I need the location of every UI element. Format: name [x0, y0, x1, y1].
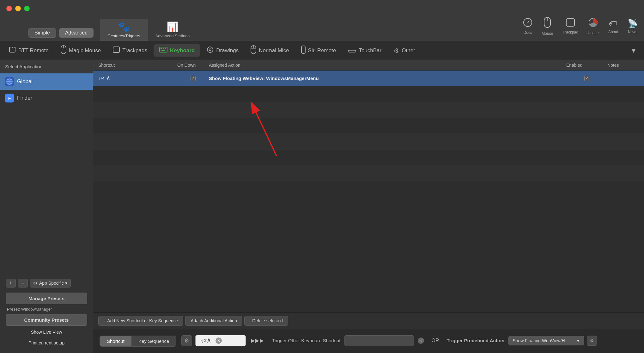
question-icon: ?	[523, 18, 532, 29]
trigger-keyboard-clear[interactable]: ✕	[418, 338, 424, 344]
shortcut-gear-button[interactable]: ⚙	[181, 335, 192, 346]
svg-rect-14	[161, 50, 165, 51]
trigger-keyboard-label: Trigger Other Keyboard Shortcut	[272, 338, 340, 343]
sidebar-item-global[interactable]: Global	[0, 73, 93, 90]
table-row	[93, 118, 644, 134]
table-body: ⇧⌘ A Show Floating WebView: WindowsManag…	[93, 71, 644, 312]
tabs-overflow-arrow[interactable]: ▼	[626, 44, 641, 57]
attach-action-button[interactable]: Attach Additional Action	[185, 316, 242, 326]
predefined-section: Trigger Predefined Action: Show Floating…	[447, 336, 597, 346]
svg-rect-11	[161, 48, 162, 49]
predefined-gear-button[interactable]: ⚙	[587, 336, 597, 346]
table-row	[93, 86, 644, 102]
on-down-cell[interactable]	[177, 76, 209, 81]
enabled-cell[interactable]	[566, 76, 607, 81]
maximize-button[interactable]	[24, 6, 30, 11]
svg-rect-4	[566, 19, 574, 26]
tab-siri-remote[interactable]: Siri Remote	[295, 43, 342, 58]
docs-tool[interactable]: ? Docs	[523, 18, 532, 35]
trackpad-tab-icon	[113, 46, 120, 54]
docs-label: Docs	[524, 30, 532, 35]
advanced-mode-button[interactable]: Advanced	[59, 28, 94, 38]
close-button[interactable]	[6, 6, 12, 11]
shortcut-editor: ⚙ ⇧⌘A ✕ ▶ ▶ ▶	[181, 335, 264, 346]
news-tool[interactable]: 📡 News	[628, 19, 638, 34]
svg-rect-13	[165, 48, 166, 49]
play-button-2[interactable]: ▶	[255, 338, 259, 344]
bottom-actions: + Add New Shortcut or Key Sequence Attac…	[93, 313, 644, 329]
tag-icon: 🏷	[609, 19, 617, 28]
toolbar-section: 🐾 Gestures/Triggers 📊 Advanced Settings	[100, 19, 197, 41]
show-live-view-link[interactable]: Show Live View	[6, 328, 87, 337]
enabled-checkbox[interactable]	[584, 76, 589, 81]
community-presets-button[interactable]: Community Presets	[6, 314, 87, 326]
sidebar-item-finder[interactable]: F Finder	[0, 90, 93, 106]
trackpad-tool[interactable]: Trackpad	[562, 18, 578, 34]
tab-keyboard[interactable]: Keyboard	[154, 44, 200, 57]
play-button-3[interactable]: ▶	[260, 338, 264, 344]
tab-touchbar[interactable]: TouchBar	[342, 44, 387, 57]
chart-icon: 📊	[167, 21, 178, 32]
tab-other-label: Other	[402, 47, 415, 54]
about-tool[interactable]: 🏷 About	[608, 19, 618, 34]
tab-btt-remote[interactable]: BTT Remote	[3, 44, 54, 57]
shortcut-input-value: ⇧⌘A	[201, 338, 210, 344]
shortcut-tab-button[interactable]: Shortcut	[100, 336, 131, 346]
pie-chart-icon	[588, 18, 598, 29]
table-row[interactable]: ⇧⌘ A Show Floating WebView: WindowsManag…	[93, 71, 644, 86]
col-notes: Notes	[607, 63, 639, 68]
toolbar-gestures-triggers[interactable]: 🐾 Gestures/Triggers	[100, 19, 148, 41]
finder-icon: F	[5, 94, 14, 102]
tab-normal-mice[interactable]: Normal Mice	[245, 43, 295, 58]
trackpad-label: Trackpad	[562, 30, 578, 34]
siri-remote-icon	[301, 46, 306, 55]
app-specific-label: App Specific ▾	[39, 281, 67, 286]
add-app-button[interactable]: +	[6, 279, 16, 288]
col-shortcut: Shortcut	[98, 63, 177, 68]
sidebar-bottom: + − ⚙ App Specific ▾ Manage Presets Pres…	[0, 273, 93, 353]
play-button-1[interactable]: ▶	[251, 338, 255, 344]
tab-drawings[interactable]: Drawings	[201, 44, 244, 57]
gear-icon-small: ⚙	[33, 281, 37, 286]
delete-selected-button[interactable]: - Delete selected	[244, 316, 288, 326]
trigger-keyboard-input[interactable]	[344, 335, 414, 346]
table-row	[93, 181, 644, 197]
tab-other[interactable]: ⚙ Other	[388, 44, 421, 57]
sidebar-header: Select Application:	[0, 60, 93, 73]
svg-point-15	[207, 47, 213, 53]
other-icon: ⚙	[393, 47, 399, 54]
usage-tool[interactable]: Usage	[588, 18, 599, 35]
svg-rect-20	[301, 46, 305, 53]
predefined-action-value: Show Floating WebView/H…	[513, 338, 569, 343]
tab-drawings-label: Drawings	[216, 47, 239, 54]
mouse-label: Mouse	[542, 31, 553, 36]
add-shortcut-button[interactable]: + Add New Shortcut or Key Sequence	[98, 316, 183, 326]
minimize-button[interactable]	[15, 6, 21, 11]
print-setup-link[interactable]: Print current setup	[6, 338, 87, 347]
preset-label: Preset: WindowManager	[6, 306, 87, 312]
shortcut-input-box[interactable]: ⇧⌘A ✕	[195, 335, 246, 346]
news-label: News	[628, 30, 637, 34]
manage-presets-button[interactable]: Manage Presets	[6, 293, 87, 304]
paw-icon: 🐾	[118, 21, 130, 32]
mode-switcher: Simple Advanced	[28, 28, 94, 41]
table-header: Shortcut On Down Assigned Action Enabled…	[93, 60, 644, 71]
mouse-tool[interactable]: Mouse	[542, 17, 553, 36]
svg-point-16	[209, 49, 211, 51]
col-action: Assigned Action	[209, 63, 566, 68]
traffic-lights	[6, 6, 30, 11]
key-sequence-tab-button[interactable]: Key Sequence	[131, 336, 176, 346]
on-down-checkbox[interactable]	[191, 76, 196, 81]
svg-rect-12	[163, 48, 164, 49]
simple-mode-button[interactable]: Simple	[28, 28, 56, 38]
predefined-action-dropdown[interactable]: Show Floating WebView/H… ▼	[508, 336, 584, 345]
shortcut-clear-button[interactable]: ✕	[216, 338, 222, 344]
tab-magic-mouse[interactable]: Magic Mouse	[55, 43, 106, 58]
chevron-down-icon: ▼	[576, 338, 580, 343]
toolbar-advanced-settings[interactable]: 📊 Advanced Settings	[148, 19, 197, 41]
magic-mouse-icon	[61, 45, 66, 56]
tab-trackpads[interactable]: Trackpads	[107, 44, 153, 57]
app-specific-dropdown[interactable]: ⚙ App Specific ▾	[30, 279, 71, 288]
remove-app-button[interactable]: −	[18, 279, 28, 288]
svg-rect-21	[348, 50, 356, 52]
